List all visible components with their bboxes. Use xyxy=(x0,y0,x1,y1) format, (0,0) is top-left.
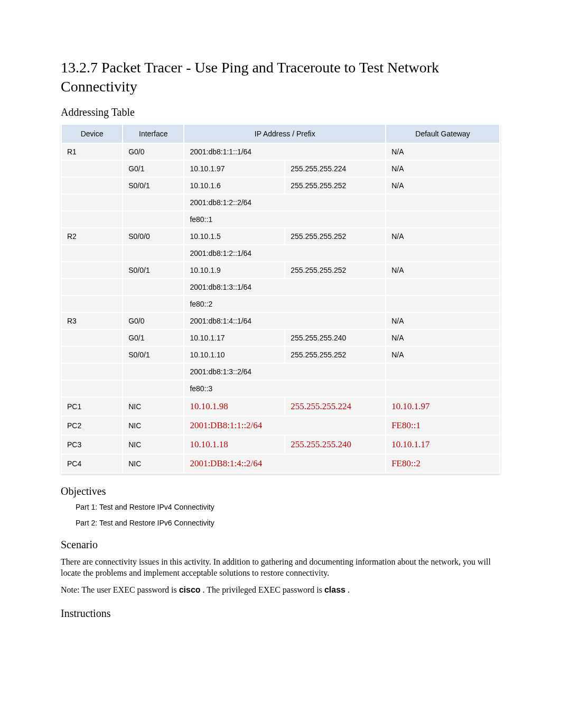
table-row: fe80::3 xyxy=(61,380,500,397)
cell-ip-address: 10.10.1.9 xyxy=(184,262,285,279)
cell-device xyxy=(61,363,123,380)
cell-ip-address: 10.10.1.98 xyxy=(184,397,285,416)
cell-ip-address: 2001:db8:1:3::1/64 xyxy=(184,279,386,296)
cell-interface: G0/1 xyxy=(123,160,184,177)
table-header-row: Device Interface IP Address / Prefix Def… xyxy=(61,124,500,143)
scenario-note: Note: The user EXEC password is cisco . … xyxy=(61,584,500,596)
cell-interface xyxy=(123,380,184,397)
cell-ip-address: 2001:db8:1:1::1/64 xyxy=(184,143,386,160)
cell-gateway: N/A xyxy=(386,143,500,160)
cell-device xyxy=(61,380,123,397)
cell-device xyxy=(61,160,123,177)
cell-gateway xyxy=(386,296,500,312)
cell-ip-address: 10.10.1.17 xyxy=(184,329,285,346)
cell-gateway xyxy=(386,380,500,397)
table-row: G0/110.10.1.17255.255.255.240N/A xyxy=(61,329,500,346)
cell-device xyxy=(61,262,123,279)
cell-interface: NIC xyxy=(123,454,184,473)
cell-device: PC4 xyxy=(61,454,123,473)
cell-gateway xyxy=(386,211,500,228)
table-row: R2S0/0/010.10.1.5255.255.255.252N/A xyxy=(61,228,500,245)
cell-ip-address: 10.10.1.5 xyxy=(184,228,285,245)
document-page: 13.2.7 Packet Tracer - Use Ping and Trac… xyxy=(0,0,561,657)
cell-subnet-mask: 255.255.255.252 xyxy=(285,228,386,245)
cell-gateway: N/A xyxy=(386,177,500,194)
cell-ip-address: 2001:DB8:1:1::2/64 xyxy=(184,416,386,435)
cell-device xyxy=(61,245,123,262)
table-row: PC1NIC10.10.1.98255.255.255.22410.10.1.9… xyxy=(61,397,500,416)
cell-subnet-mask: 255.255.255.252 xyxy=(285,346,386,363)
section-objectives: Objectives xyxy=(61,485,500,497)
cell-ip-address: fe80::3 xyxy=(184,380,386,397)
cell-gateway: N/A xyxy=(386,262,500,279)
table-row: PC3NIC10.10.1.18255.255.255.24010.10.1.1… xyxy=(61,435,500,454)
cell-interface: G0/0 xyxy=(123,312,184,329)
cell-interface: G0/0 xyxy=(123,143,184,160)
cell-gateway xyxy=(386,363,500,380)
cell-ip-address: 2001:db8:1:4::1/64 xyxy=(184,312,386,329)
table-row: R1G0/02001:db8:1:1::1/64N/A xyxy=(61,143,500,160)
cell-interface: G0/1 xyxy=(123,329,184,346)
cell-device: PC1 xyxy=(61,397,123,416)
cell-gateway: 10.10.1.97 xyxy=(386,397,500,416)
objective-part1: Part 1: Test and Restore IPv4 Connectivi… xyxy=(76,503,500,511)
cell-gateway: N/A xyxy=(386,160,500,177)
col-ip-prefix: IP Address / Prefix xyxy=(184,124,386,143)
table-row: PC2NIC2001:DB8:1:1::2/64FE80::1 xyxy=(61,416,500,435)
cell-interface xyxy=(123,296,184,312)
note-end: . xyxy=(348,585,350,594)
cell-gateway: FE80::2 xyxy=(386,454,500,473)
table-row: 2001:db8:1:2::2/64 xyxy=(61,194,500,211)
cell-interface: NIC xyxy=(123,416,184,435)
col-interface: Interface xyxy=(123,124,184,143)
cell-gateway: 10.10.1.17 xyxy=(386,435,500,454)
cell-device xyxy=(61,346,123,363)
cell-device xyxy=(61,211,123,228)
cell-device xyxy=(61,177,123,194)
cell-ip-address: 10.10.1.18 xyxy=(184,435,285,454)
cell-ip-address: 2001:db8:1:3::2/64 xyxy=(184,363,386,380)
note-pre: The user EXEC password is xyxy=(81,585,179,594)
cell-gateway xyxy=(386,245,500,262)
cell-interface xyxy=(123,279,184,296)
cell-interface: S0/0/0 xyxy=(123,228,184,245)
cell-gateway: N/A xyxy=(386,228,500,245)
cell-ip-address: 2001:DB8:1:4::2/64 xyxy=(184,454,386,473)
cell-interface xyxy=(123,363,184,380)
cell-interface: S0/0/1 xyxy=(123,177,184,194)
cell-ip-address: fe80::2 xyxy=(184,296,386,312)
cell-ip-address: fe80::1 xyxy=(184,211,386,228)
note-label: Note: xyxy=(61,585,80,594)
cell-gateway xyxy=(386,194,500,211)
cell-device: R1 xyxy=(61,143,123,160)
cell-interface xyxy=(123,211,184,228)
cell-subnet-mask: 255.255.255.240 xyxy=(285,435,386,454)
cell-ip-address: 2001:db8:1:2::1/64 xyxy=(184,245,386,262)
cell-device xyxy=(61,329,123,346)
cell-interface: NIC xyxy=(123,435,184,454)
col-device: Device xyxy=(61,124,123,143)
cell-interface xyxy=(123,245,184,262)
cell-subnet-mask: 255.255.255.252 xyxy=(285,177,386,194)
table-row: fe80::2 xyxy=(61,296,500,312)
cell-subnet-mask: 255.255.255.240 xyxy=(285,329,386,346)
cell-subnet-mask: 255.255.255.252 xyxy=(285,262,386,279)
addressing-table: Device Interface IP Address / Prefix Def… xyxy=(61,124,500,474)
password-priv-exec: class xyxy=(324,585,345,594)
table-row: 2001:db8:1:3::2/64 xyxy=(61,363,500,380)
col-gateway: Default Gateway xyxy=(386,124,500,143)
note-mid: . The privileged EXEC password is xyxy=(203,585,324,594)
table-row: fe80::1 xyxy=(61,211,500,228)
cell-ip-address: 2001:db8:1:2::2/64 xyxy=(184,194,386,211)
cell-ip-address: 10.10.1.97 xyxy=(184,160,285,177)
table-row: PC4NIC2001:DB8:1:4::2/64FE80::2 xyxy=(61,454,500,473)
page-title: 13.2.7 Packet Tracer - Use Ping and Trac… xyxy=(61,58,500,97)
cell-device: PC2 xyxy=(61,416,123,435)
objective-part2: Part 2: Test and Restore IPv6 Connectivi… xyxy=(76,519,500,527)
table-row: S0/0/110.10.1.10255.255.255.252N/A xyxy=(61,346,500,363)
table-row: 2001:db8:1:3::1/64 xyxy=(61,279,500,296)
table-row: G0/110.10.1.97255.255.255.224N/A xyxy=(61,160,500,177)
cell-device: PC3 xyxy=(61,435,123,454)
table-row: 2001:db8:1:2::1/64 xyxy=(61,245,500,262)
cell-device xyxy=(61,194,123,211)
